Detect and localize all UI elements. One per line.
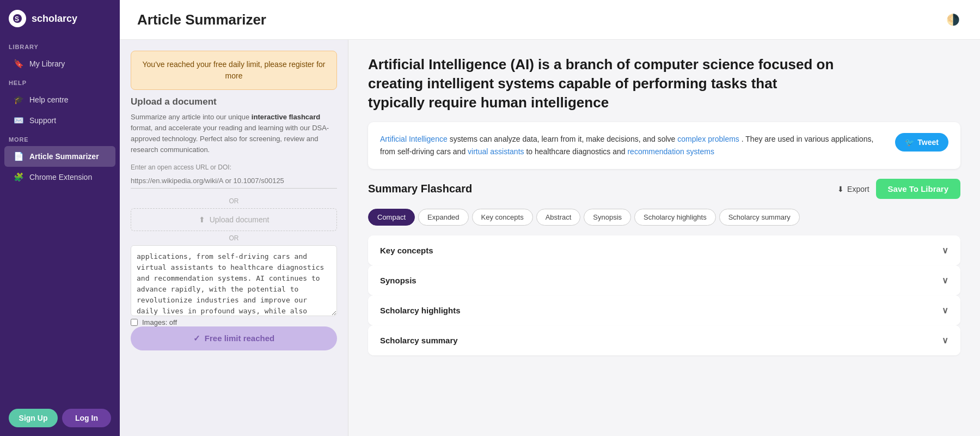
upload-desc-plain: Summarize any article into our unique [131,113,252,121]
flashcard-actions: ⬇ Export Save To Library [837,179,960,199]
puzzle-icon: 🧩 [13,172,24,182]
sidebar: S scholarcy LIBRARY 🔖 My Library HELP 🎓 … [0,0,120,436]
upload-description: Summarize any article into our unique in… [131,112,337,156]
accordion-scholarcy-summary: Scholarcy summary∨ [368,325,960,355]
sidebar-item-chrome-extension[interactable]: 🧩 Chrome Extension [4,167,115,187]
upload-doc-button[interactable]: ⬆ Upload document [131,208,337,231]
upload-title: Upload a document [131,96,337,107]
free-limit-alert: You've reached your free daily limit, pl… [131,51,337,90]
summary-link-recommendation[interactable]: recommendation systems [627,147,714,156]
tab-scholarcy-summary[interactable]: Scholarcy summary [719,209,800,226]
accordions-container: Key concepts∨Synopsis∨Scholarcy highligh… [368,235,960,355]
right-panel: Artificial Intelligence (AI) is a branch… [348,40,980,436]
or-divider-2: OR [131,234,337,242]
free-limit-label: Free limit reached [205,334,274,343]
accordion-label-scholarcy-summary: Scholarcy summary [380,336,458,345]
tab-synopsis[interactable]: Synopsis [584,209,631,226]
tab-key-concepts[interactable]: Key concepts [472,209,533,226]
help-centre-label: Help centre [29,95,69,104]
support-label: Support [29,116,56,125]
summary-link-ai[interactable]: Artificial Intelligence [380,135,448,143]
free-limit-button[interactable]: ✓ Free limit reached [131,326,337,350]
accordion-header-synopsis[interactable]: Synopsis∨ [368,265,960,295]
theme-toggle-button[interactable]: 🌗 [943,10,963,29]
app-logo: S scholarcy [0,0,120,38]
login-button[interactable]: Log In [62,409,111,427]
upload-section: Upload a document Summarize any article … [131,96,337,350]
sidebar-item-article-summarizer[interactable]: 📄 Article Summarizer [4,146,115,167]
app-name: scholarcy [32,13,77,25]
upload-desc-rest: format, and accelerate your reading and … [131,124,329,154]
article-text-input[interactable]: applications, from self-driving cars and… [131,245,337,316]
svg-text:S: S [15,15,19,23]
auth-buttons: Sign Up Log In [0,400,120,436]
tweet-label: Tweet [917,138,939,147]
accordion-synopsis: Synopsis∨ [368,265,960,295]
flashcard-title: Summary Flashcard [368,183,472,195]
accordion-label-key-concepts: Key concepts [380,246,433,255]
left-panel: You've reached your free daily limit, pl… [120,40,348,436]
export-button[interactable]: ⬇ Export [837,185,869,193]
upload-icon: ⬆ [199,215,205,224]
check-icon: ✓ [193,334,200,343]
main-content: You've reached your free daily limit, pl… [120,40,980,436]
chevron-down-icon: ∨ [942,245,948,256]
sidebar-item-support[interactable]: ✉️ Support [4,110,115,131]
article-summarizer-label: Article Summarizer [29,152,99,161]
url-input[interactable] [131,173,337,189]
article-icon: 📄 [13,152,24,161]
signup-button[interactable]: Sign Up [9,409,58,427]
chevron-down-icon: ∨ [942,275,948,286]
images-checkbox-row: Images: off [131,318,337,326]
summary-link-complex[interactable]: complex problems [677,135,739,143]
graduation-icon: 🎓 [13,95,24,105]
summary-text-1: systems can analyze data, learn from it,… [450,135,678,143]
tab-abstract[interactable]: Abstract [536,209,581,226]
accordion-header-scholarcy-summary[interactable]: Scholarcy summary∨ [368,325,960,355]
upload-desc-bold: interactive flashcard [252,113,320,121]
bookmark-icon: 🔖 [13,59,24,69]
upload-doc-label: Upload document [210,215,270,224]
url-label: Enter an open access URL or DOI: [131,164,337,171]
summary-text-3: to healthcare diagnostics and [526,147,627,156]
tab-scholarcy-highlights[interactable]: Scholarcy highlights [634,209,716,226]
summary-text: Artificial Intelligence systems can anal… [380,133,886,158]
article-title: Artificial Intelligence (AI) is a branch… [368,55,836,112]
sidebar-item-help-centre[interactable]: 🎓 Help centre [4,89,115,110]
images-checkbox[interactable] [131,319,138,326]
chrome-extension-label: Chrome Extension [29,173,92,181]
library-section-label: LIBRARY [0,38,120,53]
sidebar-item-my-library[interactable]: 🔖 My Library [4,53,115,74]
save-to-library-button[interactable]: Save To Library [876,179,960,199]
accordion-header-scholarcy-highlights[interactable]: Scholarcy highlights∨ [368,295,960,325]
twitter-icon: 🐦 [905,138,914,147]
tweet-button[interactable]: 🐦 Tweet [895,133,948,152]
logo-icon: S [9,10,26,27]
tab-expanded[interactable]: Expanded [418,209,469,226]
help-section-label: HELP [0,74,120,89]
envelope-icon: ✉️ [13,116,24,125]
tab-compact[interactable]: Compact [368,209,415,226]
flashcard-header: Summary Flashcard ⬇ Export Save To Libra… [368,179,960,199]
chevron-down-icon: ∨ [942,335,948,346]
or-divider-1: OR [131,197,337,205]
accordion-key-concepts: Key concepts∨ [368,235,960,265]
images-label: Images: off [142,318,177,326]
page-title: Article Summarizer [137,11,266,28]
main-header: Article Summarizer 🌗 [120,0,980,40]
chevron-down-icon: ∨ [942,305,948,316]
tabs-row: CompactExpandedKey conceptsAbstractSynop… [368,209,960,226]
more-section-label: MORE [0,131,120,146]
my-library-label: My Library [29,59,65,68]
accordion-header-key-concepts[interactable]: Key concepts∨ [368,235,960,265]
main-area: Article Summarizer 🌗 You've reached your… [120,0,980,436]
accordion-scholarcy-highlights: Scholarcy highlights∨ [368,295,960,325]
accordion-label-scholarcy-highlights: Scholarcy highlights [380,306,461,315]
export-label: Export [847,185,869,193]
summary-card: Artificial Intelligence systems can anal… [368,122,960,169]
summary-link-virtual[interactable]: virtual assistants [468,147,524,156]
download-icon: ⬇ [837,185,844,193]
accordion-label-synopsis: Synopsis [380,276,416,285]
